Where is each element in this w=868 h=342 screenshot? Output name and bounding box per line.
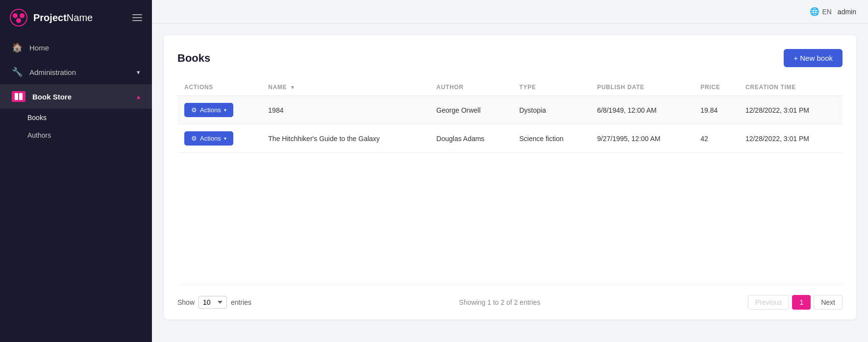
svg-rect-5 [19,93,23,100]
row-name: The Hitchhiker's Guide to the Galaxy [261,124,429,153]
svg-point-3 [16,18,21,23]
row-name: 1984 [261,96,429,124]
logo-icon [10,9,27,26]
table-row: ⚙ Actions ▾ 1984 George Orwell Dystopia … [177,96,843,124]
sidebar-item-home[interactable]: 🏠 Home [0,35,152,60]
show-label: Show [177,298,195,306]
row-author: George Orwell [429,96,512,124]
table-row: ⚙ Actions ▾ The Hitchhiker's Guide to th… [177,124,843,153]
svg-rect-4 [15,93,18,100]
sidebar-item-administration[interactable]: 🔧 Administration ▾ [0,60,152,84]
table-header: ACTIONS NAME ▾ AUTHOR TYPE PUBLISH DATE … [177,79,843,96]
actions-label: Actions [200,106,221,114]
books-table: ACTIONS NAME ▾ AUTHOR TYPE PUBLISH DATE … [177,79,843,153]
card-header: Books + New book [177,49,843,67]
previous-button[interactable]: Previous [748,295,789,310]
row-author: Douglas Adams [429,124,512,153]
row-price: 19.84 [694,96,739,124]
svg-point-0 [10,9,27,26]
col-price: PRICE [694,79,739,96]
content-area: Books + New book ACTIONS NAME ▾ AUTHOR T… [152,24,868,342]
wrench-icon: 🔧 [12,67,23,77]
row-publish-date: 6/8/1949, 12:00 AM [590,96,694,124]
caret-icon: ▾ [224,107,226,113]
col-publish-date: PUBLISH DATE [590,79,694,96]
col-creation-time: CREATION TIME [739,79,843,96]
sidebar-header: ProjectName [0,0,152,35]
row-actions-cell: ⚙ Actions ▾ [177,96,261,124]
col-type: TYPE [513,79,591,96]
sidebar-item-bookstore[interactable]: Book Store ▴ [0,84,152,109]
col-actions: ACTIONS [177,79,261,96]
books-card: Books + New book ACTIONS NAME ▾ AUTHOR T… [164,35,856,319]
gear-icon: ⚙ [191,135,197,142]
sort-name-icon[interactable]: ▾ [291,84,295,90]
language-selector[interactable]: 🌐 EN [810,7,831,16]
sidebar-administration-label: Administration [29,68,76,76]
actions-button[interactable]: ⚙ Actions ▾ [184,131,233,146]
table-footer: Show 102550100 entries Showing 1 to 2 of… [177,285,843,310]
user-label: admin [838,8,856,16]
page-1-button[interactable]: 1 [792,295,811,310]
svg-point-2 [20,13,25,18]
actions-button[interactable]: ⚙ Actions ▾ [184,103,233,117]
show-entries-control: Show 102550100 entries [177,296,251,309]
caret-icon: ▾ [224,136,226,141]
gear-icon: ⚙ [191,106,197,114]
chevron-down-icon: ▾ [137,69,140,76]
page-title: Books [177,52,210,65]
sidebar: ProjectName 🏠 Home 🔧 Administration ▾ Bo… [0,0,152,342]
chevron-up-icon: ▴ [137,93,140,100]
table-body: ⚙ Actions ▾ 1984 George Orwell Dystopia … [177,96,843,153]
row-price: 42 [694,124,739,153]
row-creation-time: 12/28/2022, 3:01 PM [739,124,843,153]
books-label: Books [27,114,47,122]
main-content: 🌐 EN admin Books + New book ACTIONS NAME… [152,0,868,342]
entries-label: entries [231,298,251,306]
app-name: ProjectName [33,12,93,24]
svg-point-1 [13,13,18,18]
row-creation-time: 12/28/2022, 3:01 PM [739,96,843,124]
topbar: 🌐 EN admin [152,0,868,24]
sidebar-item-authors[interactable]: Authors [0,126,152,144]
menu-toggle[interactable] [132,14,142,21]
authors-label: Authors [27,131,51,139]
entries-select[interactable]: 102550100 [198,296,227,309]
home-icon: 🏠 [12,42,23,53]
globe-icon: 🌐 [810,7,819,16]
bookstore-icon [12,91,25,102]
col-name: NAME ▾ [261,79,429,96]
actions-label: Actions [200,135,221,142]
next-button[interactable]: Next [814,295,843,310]
row-type: Dystopia [513,96,591,124]
bookstore-label: Book Store [32,93,72,101]
row-type: Science fiction [513,124,591,153]
row-publish-date: 9/27/1995, 12:00 AM [590,124,694,153]
sidebar-item-books[interactable]: Books [0,109,152,126]
row-actions-cell: ⚙ Actions ▾ [177,124,261,153]
col-author: AUTHOR [429,79,512,96]
language-label: EN [822,8,831,16]
pagination: Previous 1 Next [748,295,843,310]
new-book-button[interactable]: + New book [784,49,843,67]
entries-info: Showing 1 to 2 of 2 entries [459,298,541,306]
sidebar-home-label: Home [29,44,49,52]
